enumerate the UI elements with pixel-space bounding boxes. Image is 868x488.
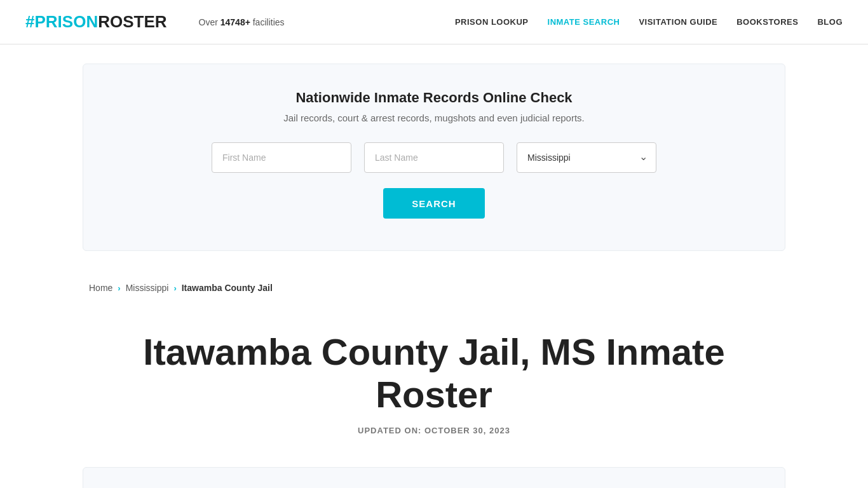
state-select[interactable]: AlabamaAlaskaArizonaArkansasCaliforniaCo… — [517, 142, 656, 173]
nav-bookstores[interactable]: BOOKSTORES — [736, 17, 798, 27]
widget-subtitle: Jail records, court & arrest records, mu… — [121, 112, 747, 123]
logo-hash: # — [25, 12, 34, 32]
page-title: Itawamba County Jail, MS Inmate Roster — [83, 331, 785, 416]
widget-form: AlabamaAlaskaArizonaArkansasCaliforniaCo… — [121, 142, 747, 173]
search-button[interactable]: SEARCH — [383, 188, 485, 219]
breadcrumb-home[interactable]: Home — [89, 283, 112, 293]
breadcrumb-chevron-2: › — [173, 283, 176, 293]
last-name-input[interactable] — [364, 142, 504, 173]
facilities-count-text: Over 14748+ facilities — [199, 17, 285, 27]
site-logo[interactable]: #PRISONROSTER — [25, 12, 167, 32]
updated-date: UPDATED ON: OCTOBER 30, 2023 — [83, 426, 785, 435]
logo-prison: PRISON — [34, 12, 98, 32]
breadcrumb-state[interactable]: Mississippi — [126, 283, 169, 293]
main-nav: PRISON LOOKUP INMATE SEARCH VISITATION G… — [455, 17, 843, 27]
nav-inmate-search[interactable]: INMATE SEARCH — [548, 17, 620, 27]
bottom-content-card — [83, 467, 785, 488]
breadcrumb-current: Itawamba County Jail — [182, 283, 273, 293]
nav-prison-lookup[interactable]: PRISON LOOKUP — [455, 17, 529, 27]
state-select-wrapper: AlabamaAlaskaArizonaArkansasCaliforniaCo… — [517, 142, 656, 173]
nav-blog[interactable]: BLOG — [817, 17, 843, 27]
search-widget: Nationwide Inmate Records Online Check J… — [83, 64, 785, 251]
facilities-count: 14748+ — [220, 17, 250, 27]
page-title-section: Itawamba County Jail, MS Inmate Roster U… — [0, 306, 868, 454]
logo-roster: ROSTER — [98, 12, 166, 32]
first-name-input[interactable] — [212, 142, 351, 173]
widget-title: Nationwide Inmate Records Online Check — [121, 90, 747, 106]
nav-visitation-guide[interactable]: VISITATION GUIDE — [639, 17, 717, 27]
breadcrumb: Home › Mississippi › Itawamba County Jai… — [0, 270, 868, 306]
site-header: #PRISONROSTER Over 14748+ facilities PRI… — [0, 0, 868, 44]
breadcrumb-chevron-1: › — [118, 283, 120, 293]
